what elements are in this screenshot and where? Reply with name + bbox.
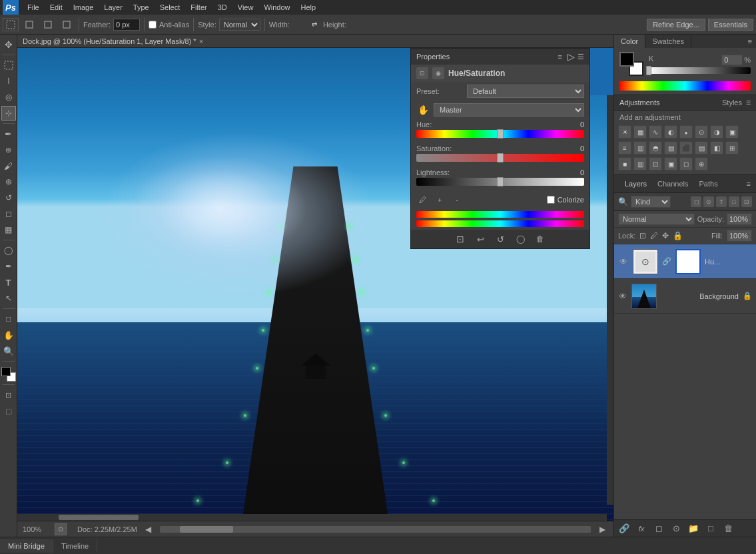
essentials-button[interactable]: Essentials bbox=[708, 19, 753, 31]
menu-view[interactable]: View bbox=[233, 2, 258, 13]
refine-edge-button[interactable]: Refine Edge... bbox=[647, 19, 705, 31]
quick-mask-btn[interactable]: ⊡ bbox=[1, 388, 16, 402]
adj-levels-btn[interactable]: ▦ bbox=[633, 125, 647, 138]
channel-select[interactable]: Master bbox=[434, 103, 584, 117]
filter-pixel-btn[interactable]: ◻ bbox=[691, 196, 701, 207]
menu-edit[interactable]: Edit bbox=[45, 2, 67, 13]
reset-btn[interactable]: ↺ bbox=[494, 233, 506, 245]
stamp-tool[interactable]: ⊕ bbox=[1, 174, 16, 189]
mask-icon-btn[interactable]: ◉ bbox=[432, 67, 444, 79]
dodge-tool[interactable]: ◯ bbox=[1, 243, 16, 258]
adj-solid-btn[interactable]: ■ bbox=[618, 157, 631, 170]
style-select[interactable]: Normal bbox=[219, 19, 260, 31]
eyedropper-tool[interactable]: ✒ bbox=[1, 127, 16, 141]
menu-select[interactable]: Select bbox=[155, 2, 185, 13]
marquee-tool[interactable] bbox=[1, 58, 16, 73]
pen-tool[interactable]: ✒ bbox=[1, 259, 16, 274]
tab-mini-bridge[interactable]: Mini Bridge bbox=[0, 539, 53, 553]
zoom-tool[interactable]: 🔍 bbox=[1, 344, 16, 358]
feather-input[interactable] bbox=[113, 19, 140, 31]
canvas-v-scrollbar[interactable] bbox=[607, 61, 613, 505]
single-row-btn[interactable] bbox=[40, 18, 56, 31]
lasso-tool[interactable]: ⌇ bbox=[1, 74, 16, 89]
properties-header[interactable]: Properties ≡ ▷ ☰ bbox=[411, 49, 589, 65]
delete-btn[interactable]: 🗑 bbox=[534, 233, 546, 245]
clip-mask-btn[interactable]: ⊡ bbox=[454, 233, 466, 245]
tab-channels[interactable]: Channels bbox=[652, 178, 693, 190]
tab-timeline[interactable]: Timeline bbox=[53, 539, 97, 553]
k-slider-track[interactable] bbox=[649, 67, 751, 74]
path-select-tool[interactable]: ↖ bbox=[1, 291, 16, 306]
preset-select[interactable]: Default bbox=[467, 85, 584, 98]
tab-color[interactable]: Color bbox=[614, 35, 645, 48]
menu-window[interactable]: Window bbox=[259, 2, 294, 13]
menu-3d[interactable]: 3D bbox=[213, 2, 232, 13]
move-tool[interactable]: ✥ bbox=[1, 37, 16, 52]
lightness-slider-track[interactable] bbox=[416, 178, 584, 186]
filter-shape-btn[interactable]: □ bbox=[729, 196, 739, 207]
fg-color-swatch[interactable] bbox=[619, 52, 634, 67]
adj-extra4-btn[interactable]: ▣ bbox=[664, 157, 677, 170]
layer-row[interactable]: 👁 Background 🔒 bbox=[614, 279, 756, 314]
adj-posterize-btn[interactable]: ▤ bbox=[664, 141, 677, 154]
sample-remove-tool[interactable]: - bbox=[451, 194, 463, 206]
adj-hue-sat-btn[interactable]: ⊙ bbox=[695, 125, 708, 138]
layer-visibility-btn[interactable]: 👁 bbox=[618, 256, 629, 267]
colorize-checkbox[interactable] bbox=[547, 196, 555, 204]
adj-photofilter-btn[interactable]: ▣ bbox=[725, 125, 739, 138]
menu-help[interactable]: Help bbox=[296, 2, 321, 13]
lock-image-btn[interactable]: 🖊 bbox=[650, 231, 658, 240]
layer-visibility-btn[interactable]: 👁 bbox=[618, 291, 627, 302]
canvas-h-scrollbar[interactable] bbox=[17, 514, 607, 521]
filter-type-btn[interactable]: T bbox=[716, 196, 727, 207]
crop-tool[interactable]: ⊹ bbox=[1, 106, 16, 121]
lock-all-btn[interactable]: 🔒 bbox=[673, 231, 683, 240]
adj-grid-btn[interactable]: ⊞ bbox=[725, 141, 739, 154]
screen-mode-btn[interactable]: ⬚ bbox=[1, 404, 16, 418]
adj-channel-btn[interactable]: ≡ bbox=[618, 141, 631, 154]
adj-extra5-btn[interactable]: ◻ bbox=[679, 157, 693, 170]
tab-swatches[interactable]: Swatches bbox=[645, 35, 691, 48]
layer-icon-btn[interactable]: ⊡ bbox=[416, 67, 428, 79]
swap-dimensions-btn[interactable]: ⇄ bbox=[308, 19, 320, 30]
adj-extra6-btn[interactable]: ⊕ bbox=[695, 157, 708, 170]
delete-layer-btn[interactable]: 🗑 bbox=[722, 523, 734, 535]
tab-styles[interactable]: Styles bbox=[722, 99, 742, 107]
menu-type[interactable]: Type bbox=[129, 2, 154, 13]
menu-image[interactable]: Image bbox=[69, 2, 99, 13]
lock-transparent-btn[interactable]: ⊡ bbox=[639, 231, 646, 240]
tool3-btn[interactable] bbox=[59, 18, 75, 31]
saturation-slider-thumb[interactable] bbox=[497, 153, 504, 162]
brush-tool[interactable]: 🖌 bbox=[1, 158, 16, 173]
k-value-input[interactable] bbox=[721, 55, 743, 65]
hue-slider-thumb[interactable] bbox=[497, 129, 504, 138]
zoom-menu-btn[interactable]: ⊙ bbox=[55, 523, 67, 535]
tab-paths[interactable]: Paths bbox=[694, 178, 723, 190]
history-brush-tool[interactable]: ↺ bbox=[1, 190, 16, 205]
filter-adjust-btn[interactable]: ⊙ bbox=[703, 196, 714, 207]
menu-layer[interactable]: Layer bbox=[99, 2, 127, 13]
eraser-tool[interactable]: ◻ bbox=[1, 206, 16, 221]
properties-expand-btn[interactable]: ≡ bbox=[558, 53, 562, 61]
channel-hand-icon[interactable]: ✋ bbox=[416, 103, 430, 117]
adj-invert-btn[interactable]: ◓ bbox=[649, 141, 662, 154]
menu-filter[interactable]: Filter bbox=[186, 2, 211, 13]
blend-mode-select[interactable]: Normal bbox=[618, 213, 695, 225]
lightness-slider-thumb[interactable] bbox=[497, 177, 504, 186]
doc-info-arrow-right[interactable]: ▶ bbox=[596, 523, 608, 535]
adj-threshold-btn[interactable]: ⬛ bbox=[679, 141, 693, 154]
adj-curves-btn[interactable]: ∿ bbox=[649, 125, 662, 138]
sample-point-tool[interactable]: 🖊 bbox=[416, 194, 428, 206]
canvas-h-scrollbar-thumb[interactable] bbox=[59, 515, 139, 520]
adj-lookup-btn[interactable]: ▥ bbox=[633, 141, 647, 154]
k-slider-thumb[interactable] bbox=[646, 66, 651, 75]
menu-file[interactable]: File bbox=[23, 2, 44, 13]
lock-position-btn[interactable]: ✥ bbox=[662, 231, 669, 240]
previous-state-btn[interactable]: ↩ bbox=[474, 233, 486, 245]
type-tool[interactable]: T bbox=[1, 275, 16, 290]
adj-gradient-btn[interactable]: ▤ bbox=[695, 141, 708, 154]
properties-close-arrow[interactable]: ▷ bbox=[567, 51, 575, 62]
adjustments-menu-btn[interactable]: ≡ bbox=[746, 98, 751, 107]
fill-input[interactable] bbox=[727, 230, 752, 242]
foreground-color-swatch[interactable] bbox=[1, 367, 11, 376]
